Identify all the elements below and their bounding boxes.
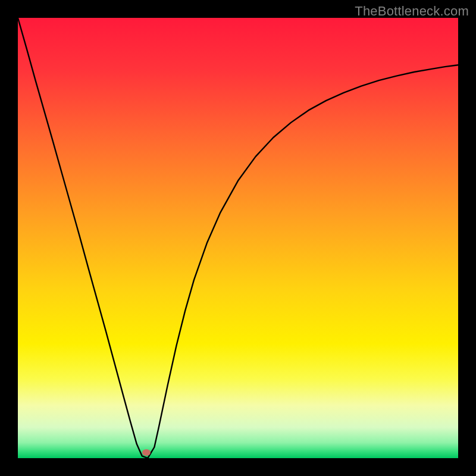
plot-area: [18, 18, 458, 458]
bottleneck-curve: [18, 18, 458, 458]
curve-layer: [18, 18, 458, 458]
chart-frame: TheBottleneck.com: [0, 0, 476, 476]
watermark-text: TheBottleneck.com: [355, 4, 469, 19]
